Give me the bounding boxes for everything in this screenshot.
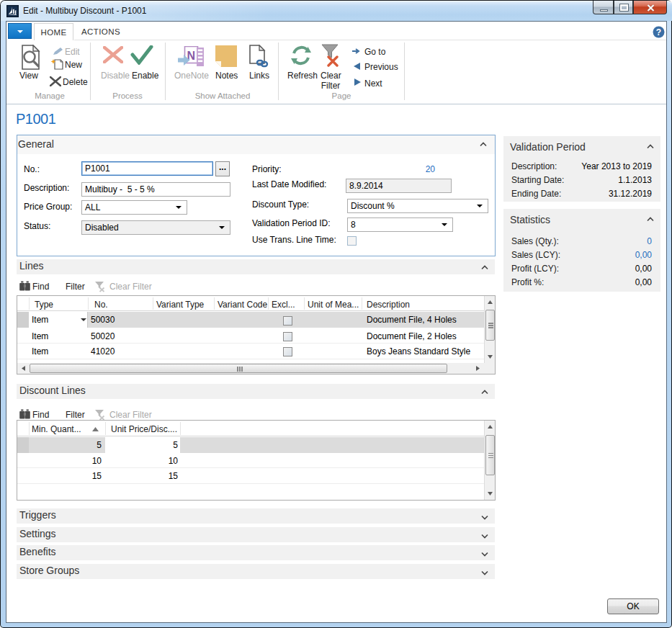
svg-text:?: ?: [656, 27, 661, 37]
